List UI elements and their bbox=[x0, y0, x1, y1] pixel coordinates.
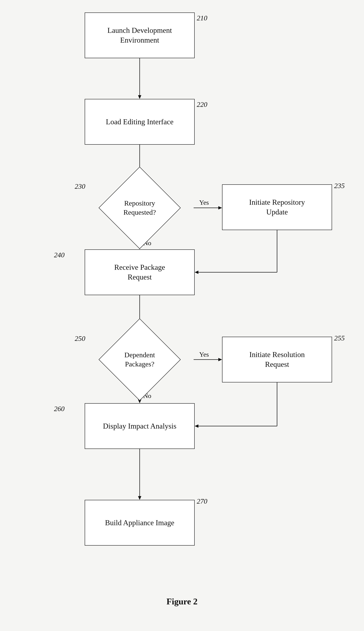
diagram-container: Yes No Yes No Launch DevelopmentEnvir bbox=[0, 0, 364, 631]
diamond-label: DependentPackages? bbox=[115, 350, 164, 369]
box-label: Display Impact Analysis bbox=[103, 421, 176, 431]
diamond-dependent-packages: DependentPackages? bbox=[113, 333, 167, 386]
ref-235: 235 bbox=[334, 182, 345, 190]
box-display-impact-analysis: Display Impact Analysis bbox=[85, 403, 195, 449]
box-label: Receive PackageRequest bbox=[114, 263, 165, 282]
box-label: Initiate RepositoryUpdate bbox=[249, 197, 305, 217]
svg-marker-1 bbox=[138, 95, 141, 99]
box-initiate-resolution-request: Initiate ResolutionRequest bbox=[222, 337, 332, 382]
diamond-repository-requested: RepositoryRequested? bbox=[113, 181, 167, 235]
box-initiate-repository-update: Initiate RepositoryUpdate bbox=[222, 184, 332, 230]
ref-250: 250 bbox=[75, 335, 85, 342]
figure-caption: Figure 2 bbox=[0, 596, 364, 606]
svg-text:Yes: Yes bbox=[199, 351, 209, 358]
box-build-appliance-image: Build Appliance Image bbox=[85, 500, 195, 546]
svg-text:Yes: Yes bbox=[199, 199, 209, 206]
box-launch-dev-env: Launch DevelopmentEnvironment bbox=[85, 13, 195, 58]
box-label: Launch DevelopmentEnvironment bbox=[108, 26, 172, 45]
box-receive-package-request: Receive PackageRequest bbox=[85, 249, 195, 295]
ref-255: 255 bbox=[334, 334, 345, 342]
diamond-label: RepositoryRequested? bbox=[115, 199, 164, 217]
box-label: Build Appliance Image bbox=[105, 518, 174, 528]
svg-marker-5 bbox=[218, 206, 222, 209]
svg-marker-25 bbox=[138, 496, 141, 500]
svg-marker-23 bbox=[195, 425, 198, 428]
box-load-editing-interface: Load Editing Interface bbox=[85, 99, 195, 145]
ref-210: 210 bbox=[197, 14, 207, 22]
ref-240: 240 bbox=[54, 251, 64, 259]
ref-230: 230 bbox=[75, 182, 85, 190]
ref-220: 220 bbox=[197, 101, 207, 108]
svg-marker-16 bbox=[218, 358, 222, 361]
ref-260: 260 bbox=[54, 405, 64, 413]
box-label: Initiate ResolutionRequest bbox=[250, 350, 305, 369]
svg-marker-12 bbox=[195, 271, 198, 274]
box-label: Load Editing Interface bbox=[106, 117, 174, 127]
ref-270: 270 bbox=[197, 497, 207, 505]
